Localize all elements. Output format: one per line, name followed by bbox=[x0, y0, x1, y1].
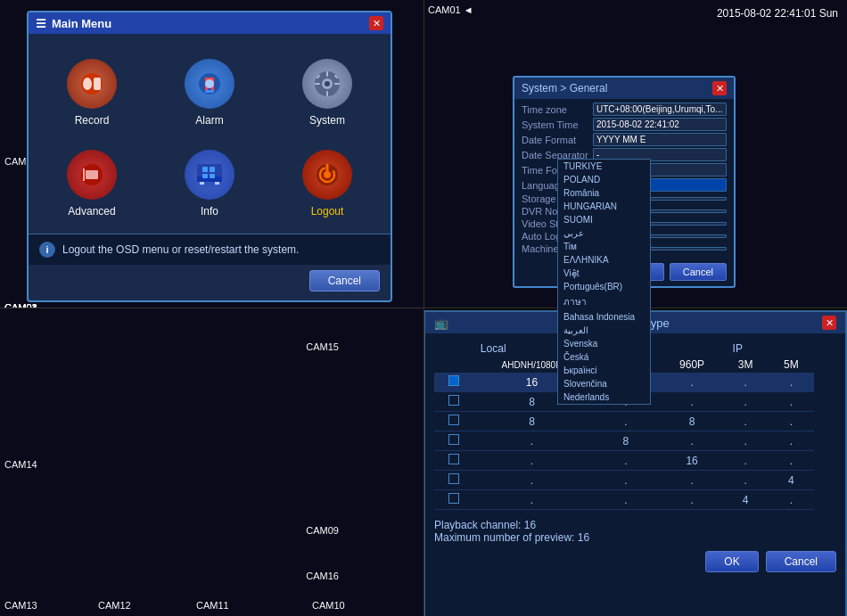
cam15-label: CAM15 bbox=[306, 341, 339, 352]
cell-2-1: . bbox=[590, 412, 661, 431]
channel-row-4: . . 16 . . bbox=[434, 451, 836, 471]
info-icon-circle bbox=[185, 150, 234, 200]
cell-3-1: 8 bbox=[590, 431, 661, 451]
menu-icon: ☰ bbox=[36, 17, 46, 30]
language-dropdown[interactable]: TURKIYE POLAND România HUNGARIAN SUOMI ع… bbox=[557, 159, 651, 405]
lang-item-viet[interactable]: Việt bbox=[558, 267, 650, 280]
cell-2-2: 8 bbox=[662, 412, 723, 431]
cell-0-4: . bbox=[769, 373, 814, 392]
menu-item-info[interactable]: Info bbox=[155, 143, 264, 225]
logout-message-bar: i Logout the OSD menu or reset/restart t… bbox=[29, 234, 391, 265]
channel-row-6: . . . 4 . bbox=[434, 490, 836, 510]
channel-close-button[interactable]: ✕ bbox=[822, 316, 836, 330]
menu-icon-grid: Record Alarm bbox=[29, 34, 391, 234]
checkbox-6[interactable] bbox=[448, 493, 459, 504]
lang-item-dutch[interactable]: Nederlands bbox=[558, 390, 650, 404]
lang-item-portuguese[interactable]: Português(BR) bbox=[558, 280, 650, 293]
svg-rect-14 bbox=[315, 83, 320, 85]
max-preview: Maximum number of preview: 16 bbox=[434, 531, 836, 544]
svg-rect-15 bbox=[334, 83, 340, 85]
cell-2-4: . bbox=[769, 412, 814, 431]
lang-item-arabic2[interactable]: العربية bbox=[558, 324, 650, 337]
channel-footer: Playback channel: 16 Maximum number of p… bbox=[425, 513, 845, 546]
checkbox-2[interactable] bbox=[448, 415, 459, 425]
cell-6-4: . bbox=[769, 490, 814, 510]
cell-6-2: . bbox=[662, 490, 723, 510]
svg-rect-33 bbox=[326, 164, 329, 171]
col-checkbox bbox=[434, 341, 473, 357]
lang-item-thai[interactable]: ภาษา bbox=[558, 293, 650, 310]
cam10-label: CAM10 bbox=[312, 600, 345, 611]
lang-item-slovak[interactable]: Slovenčina bbox=[558, 377, 650, 390]
info-icon-small: i bbox=[39, 242, 55, 258]
cell-1-3: . bbox=[723, 392, 769, 412]
menu-item-logout[interactable]: Logout bbox=[273, 143, 382, 225]
menu-item-advanced[interactable]: Advanced bbox=[37, 143, 146, 225]
checkbox-5[interactable] bbox=[448, 473, 459, 484]
logout-message: Logout the OSD menu or reset/restart the… bbox=[62, 243, 299, 256]
cell-5-0: . bbox=[473, 471, 590, 490]
checkbox-0[interactable] bbox=[448, 375, 459, 386]
lang-item-romania[interactable]: România bbox=[558, 186, 650, 200]
lang-item-turkiye[interactable]: TURKIYE bbox=[558, 160, 650, 173]
svg-rect-7 bbox=[205, 90, 214, 93]
timezone-value[interactable]: UTC+08:00(Beijing,Urumqi,To... bbox=[593, 103, 727, 116]
top-left-quadrant: CAM05 ◄ ☰ Main Menu ✕ Record bbox=[0, 0, 424, 308]
cell-1-2: . bbox=[662, 392, 723, 412]
cell-6-3: 4 bbox=[723, 490, 769, 510]
timezone-label: Time zone bbox=[522, 104, 593, 115]
advanced-label: Advanced bbox=[68, 205, 115, 218]
lang-item-poland[interactable]: POLAND bbox=[558, 173, 650, 186]
main-menu-cancel-button[interactable]: Cancel bbox=[309, 270, 380, 292]
system-time-value[interactable]: 2015-08-02 22:41:02 bbox=[593, 118, 727, 131]
cell-5-3: . bbox=[723, 471, 769, 490]
record-svg bbox=[78, 70, 105, 97]
cell-4-1: . bbox=[590, 451, 661, 471]
cell-4-2: 16 bbox=[662, 451, 723, 471]
lang-item-tim[interactable]: Tiм bbox=[558, 240, 650, 253]
svg-point-11 bbox=[325, 81, 330, 86]
cell-1-4: . bbox=[769, 392, 814, 412]
cell-2-0: 8 bbox=[473, 412, 590, 431]
menu-item-record[interactable]: Record bbox=[37, 52, 146, 134]
alarm-icon bbox=[185, 59, 234, 109]
lang-item-ukrainian[interactable]: Ькраїнсі bbox=[558, 364, 650, 377]
col-check-header bbox=[434, 357, 473, 373]
checkbox-4[interactable] bbox=[448, 454, 459, 464]
lang-item-czech[interactable]: Česká bbox=[558, 350, 650, 364]
menu-item-system[interactable]: System bbox=[273, 52, 382, 134]
record-label: Record bbox=[75, 114, 110, 127]
date-format-value[interactable]: YYYY MM E bbox=[593, 133, 727, 146]
svg-rect-29 bbox=[210, 174, 215, 178]
lang-item-suomi[interactable]: SUOMI bbox=[558, 213, 650, 226]
channel-ok-button[interactable]: OK bbox=[705, 551, 758, 572]
logout-label: Logout bbox=[311, 205, 344, 218]
cell-6-1: . bbox=[590, 490, 661, 510]
lang-item-hungarian[interactable]: HUNGARIAN bbox=[558, 200, 650, 213]
cell-0-2: . bbox=[662, 373, 723, 392]
cam09-label: CAM09 bbox=[306, 525, 339, 536]
main-menu-dialog: ☰ Main Menu ✕ Record bbox=[27, 11, 392, 302]
lang-item-bahasa[interactable]: Bahasa Indonesia bbox=[558, 310, 650, 324]
channel-row-5: . . . . 4 bbox=[434, 471, 836, 490]
channel-row-3: . 8 . . . bbox=[434, 431, 836, 451]
main-menu-title: Main Menu bbox=[52, 17, 111, 30]
svg-rect-2 bbox=[94, 78, 101, 90]
main-menu-close-button[interactable]: ✕ bbox=[369, 16, 383, 30]
cell-5-2: . bbox=[662, 471, 723, 490]
checkbox-1[interactable] bbox=[448, 395, 459, 406]
advanced-svg bbox=[78, 161, 105, 188]
cell-2-3: . bbox=[723, 412, 769, 431]
sys-general-title: System > General bbox=[522, 82, 607, 94]
sys-general-close-button[interactable]: ✕ bbox=[712, 81, 727, 95]
menu-item-alarm[interactable]: Alarm bbox=[155, 52, 264, 134]
sys-cancel-button[interactable]: Cancel bbox=[670, 263, 727, 281]
channel-cancel-button[interactable]: Cancel bbox=[766, 551, 836, 572]
cell-3-0: . bbox=[473, 431, 590, 451]
lang-item-swedish[interactable]: Svenska bbox=[558, 337, 650, 350]
checkbox-3[interactable] bbox=[448, 434, 459, 445]
cam12-label: CAM12 bbox=[98, 600, 131, 611]
svg-rect-13 bbox=[326, 91, 328, 96]
lang-item-arabic[interactable]: عربي bbox=[558, 226, 650, 240]
lang-item-greek[interactable]: ΕΛΛΗΝΙΚΑ bbox=[558, 253, 650, 267]
